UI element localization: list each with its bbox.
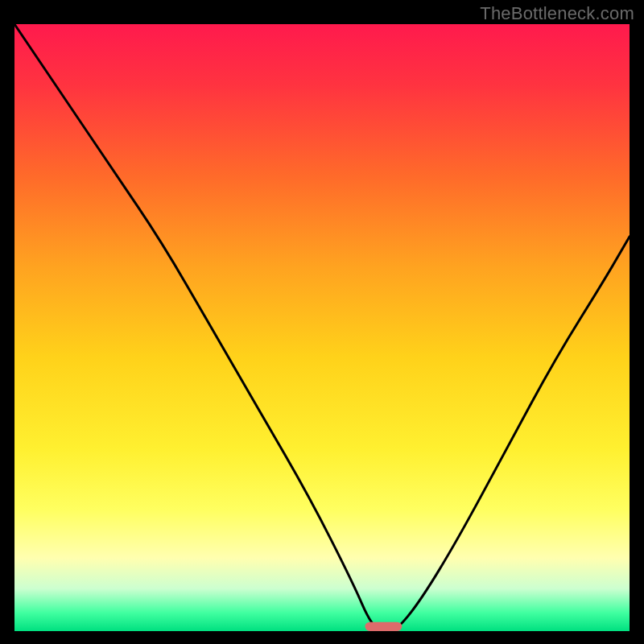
plot-background: [14, 24, 630, 631]
optimal-marker: [365, 622, 402, 631]
attribution-text: TheBottleneck.com: [480, 3, 634, 24]
bottleneck-chart: [0, 0, 644, 644]
